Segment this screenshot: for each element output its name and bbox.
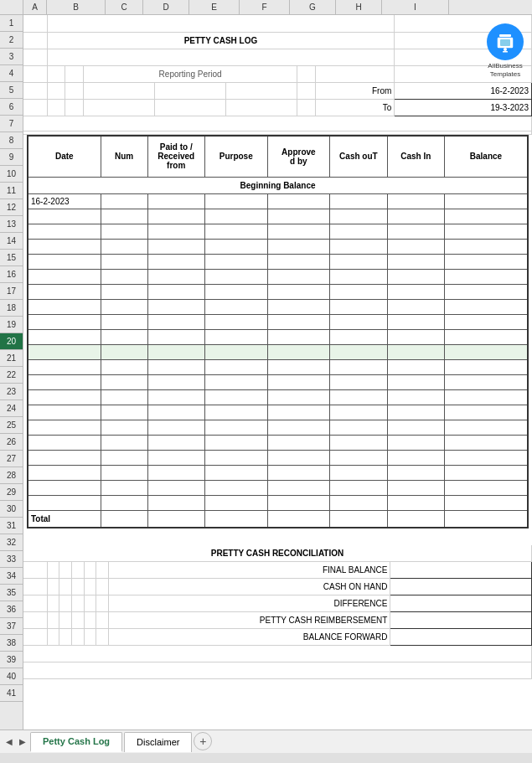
table-row[interactable] (28, 451, 528, 466)
balance-forward-value[interactable] (390, 629, 532, 646)
from-date[interactable]: 16-2-2023 (395, 82, 532, 99)
row-number-10[interactable]: 10 (0, 166, 23, 183)
cell-balance[interactable] (445, 194, 529, 209)
row-number-31[interactable]: 31 (0, 518, 23, 534)
table-row[interactable] (28, 345, 528, 360)
row-number-9[interactable]: 9 (0, 149, 23, 166)
table-row[interactable]: 16-2-2023 (28, 194, 528, 209)
add-tab-button[interactable]: + (194, 732, 212, 750)
col-header-i[interactable]: I (382, 0, 449, 14)
row-number-13[interactable]: 13 (0, 216, 23, 233)
row-number-24[interactable]: 24 (0, 400, 23, 417)
row-number-26[interactable]: 26 (0, 434, 23, 451)
col-cashin-header: Cash In (387, 136, 444, 178)
row-number-11[interactable]: 11 (0, 183, 23, 199)
row-number-28[interactable]: 28 (0, 467, 23, 484)
table-row[interactable] (28, 420, 528, 436)
table-row[interactable] (28, 240, 528, 255)
row-number-7[interactable]: 7 (0, 116, 23, 132)
row-number-37[interactable]: 37 (0, 618, 23, 635)
recon-final-balance: FINAL BALANCE (23, 562, 532, 579)
table-row[interactable] (28, 300, 528, 315)
table-row[interactable] (28, 481, 528, 496)
row-number-35[interactable]: 35 (0, 585, 23, 601)
log-table[interactable]: Date Num Paid to /Receivedfrom Purpose A… (27, 135, 529, 528)
row-number-38[interactable]: 38 (0, 635, 23, 652)
row-number-19[interactable]: 19 (0, 317, 23, 333)
row-number-15[interactable]: 15 (0, 250, 23, 266)
table-row[interactable] (28, 360, 528, 375)
row-number-17[interactable]: 17 (0, 283, 23, 300)
col-header-h[interactable]: H (336, 0, 382, 14)
row-number-41[interactable]: 41 (0, 685, 23, 702)
final-balance-value[interactable] (390, 562, 532, 579)
col-header-b[interactable]: B (47, 0, 106, 14)
table-row[interactable] (28, 496, 528, 511)
cash-on-hand-value[interactable] (390, 579, 532, 595)
table-row[interactable] (28, 466, 528, 481)
to-date[interactable]: 19-3-2023 (395, 99, 532, 116)
tab-petty-cash-log[interactable]: Petty Cash Log (30, 732, 122, 752)
row-number-16[interactable]: 16 (0, 266, 23, 283)
col-header-c[interactable]: C (106, 0, 143, 14)
cell-num[interactable] (101, 194, 147, 209)
tab-disclaimer[interactable]: Disclaimer (124, 732, 192, 752)
row-number-33[interactable]: 33 (0, 551, 23, 568)
row-number-40[interactable]: 40 (0, 668, 23, 685)
row-number-39[interactable]: 39 (0, 652, 23, 668)
table-row[interactable] (28, 436, 528, 451)
cell-a2[interactable] (23, 32, 47, 49)
row-number-8[interactable]: 8 (0, 132, 23, 149)
cell-b1[interactable] (47, 15, 395, 32)
cell-cashin[interactable] (387, 194, 444, 209)
row-number-29[interactable]: 29 (0, 484, 23, 501)
table-row[interactable] (28, 375, 528, 390)
row-7 (23, 116, 532, 131)
table-row[interactable] (28, 330, 528, 345)
row-number-3[interactable]: 3 (0, 49, 23, 65)
difference-value[interactable] (390, 595, 532, 612)
row-number-20[interactable]: 20 (0, 333, 23, 350)
table-row[interactable] (28, 270, 528, 285)
row-number-18[interactable]: 18 (0, 300, 23, 317)
row-number-1[interactable]: 1 (0, 15, 23, 32)
row-number-14[interactable]: 14 (0, 233, 23, 250)
col-header-g[interactable]: G (290, 0, 336, 14)
cell-cashout[interactable] (330, 194, 387, 209)
tab-nav-left-arrow[interactable]: ◀ (3, 736, 15, 748)
row-number-30[interactable]: 30 (0, 501, 23, 518)
row-number-23[interactable]: 23 (0, 384, 23, 400)
row-number-25[interactable]: 25 (0, 417, 23, 434)
table-row[interactable] (28, 285, 528, 300)
row-number-36[interactable]: 36 (0, 601, 23, 618)
row-number-22[interactable]: 22 (0, 367, 23, 384)
cell-approved[interactable] (267, 194, 330, 209)
row-number-27[interactable]: 27 (0, 451, 23, 467)
table-row[interactable] (28, 405, 528, 420)
row-number-2[interactable]: 2 (0, 32, 23, 49)
petty-cash-value[interactable] (390, 612, 532, 629)
row-number-34[interactable]: 34 (0, 568, 23, 585)
tab-nav-right-arrow[interactable]: ▶ (17, 736, 28, 748)
cell-purpose[interactable] (204, 194, 267, 209)
row-number-12[interactable]: 12 (0, 199, 23, 216)
logo: AllBusiness Templates (487, 23, 524, 80)
col-header-a[interactable]: A (23, 0, 47, 14)
cell-date[interactable]: 16-2-2023 (28, 194, 101, 209)
cell-paid[interactable] (147, 194, 204, 209)
table-row[interactable] (28, 315, 528, 330)
row-number-4[interactable]: 4 (0, 65, 23, 82)
table-row[interactable] (28, 209, 528, 224)
col-header-f[interactable]: F (240, 0, 290, 14)
table-row[interactable] (28, 224, 528, 240)
row-number-21[interactable]: 21 (0, 350, 23, 367)
row-number-32[interactable]: 32 (0, 534, 23, 551)
cell-a1[interactable] (23, 15, 47, 32)
table-row[interactable] (28, 255, 528, 270)
col-header-e[interactable]: E (189, 0, 240, 14)
row-number-6[interactable]: 6 (0, 99, 23, 116)
row-number-5[interactable]: 5 (0, 82, 23, 99)
col-header-d[interactable]: D (143, 0, 189, 14)
recon-petty-cash: PETTY CASH REIMBERSEMENT (23, 612, 532, 629)
table-row[interactable] (28, 390, 528, 405)
